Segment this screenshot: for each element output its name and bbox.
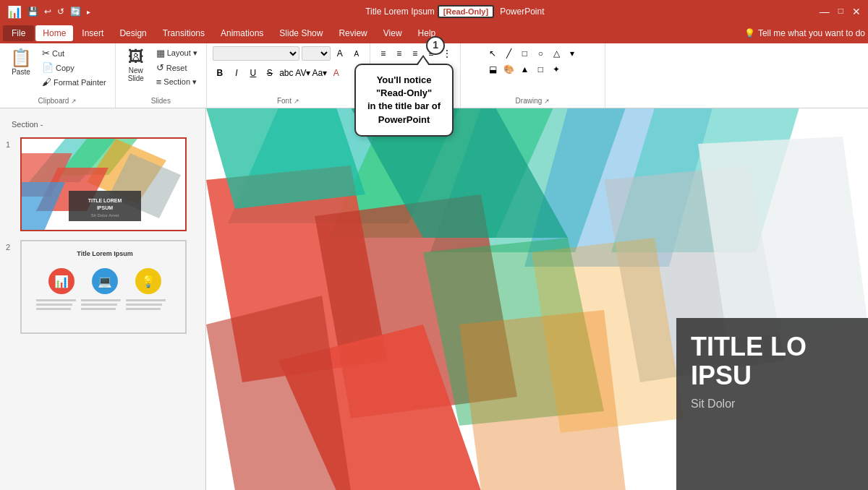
slide-canvas: TITLE LO IPSU Sit Dolor [206, 108, 868, 490]
align-left-button[interactable]: ≡ [376, 46, 391, 61]
section-icon: ≡ [156, 77, 162, 87]
increase-font-button[interactable]: A [333, 46, 347, 61]
tooltip-line2: "Read-Only" [376, 87, 432, 98]
menu-item-transitions[interactable]: Transitions [156, 25, 212, 41]
copy-label: Copy [56, 64, 75, 72]
powerpoint-icon: 📊 [7, 5, 22, 19]
clipboard-col: ✂ Cut 📄 Copy 🖌 Format Painter [39, 46, 109, 89]
svg-text:📊: 📊 [54, 275, 69, 288]
strikethrough-button[interactable]: S [263, 66, 277, 80]
minimize-button[interactable]: — [820, 6, 830, 17]
layout-icon: ▦ [156, 48, 165, 59]
read-only-badge: [Read-Only] [438, 5, 494, 18]
search-label[interactable]: Tell me what you want to do [758, 28, 865, 38]
menu-item-file[interactable]: File [3, 25, 34, 41]
undo-icon[interactable]: ↩ [44, 7, 51, 17]
reset-button[interactable]: ↺ Reset [153, 61, 200, 74]
svg-text:Title Lorem Ipsum: Title Lorem Ipsum [77, 250, 132, 257]
save-icon[interactable]: 💾 [27, 7, 38, 17]
font-size-select[interactable] [302, 46, 331, 61]
copy-icon: 📄 [42, 62, 54, 73]
slide-thumb-2[interactable]: Title Lorem Ipsum 📊 💻 💡 [20, 240, 187, 334]
redo-icon[interactable]: ↺ [57, 7, 64, 17]
shape-fill-button[interactable]: ▲ [517, 62, 532, 77]
more-shapes[interactable]: ▾ [565, 46, 579, 61]
lightbulb-icon: 💡 [744, 28, 755, 38]
shadow-button[interactable]: abc [279, 66, 294, 80]
arrange-button[interactable]: ⬓ [485, 62, 500, 77]
font-family-select[interactable] [213, 46, 299, 61]
format-painter-button[interactable]: 🖌 Format Painter [39, 75, 109, 89]
tri-tool[interactable]: △ [549, 46, 563, 61]
menu-item-design[interactable]: Design [112, 25, 153, 41]
shape-row-1: ↖ ╱ □ ○ △ ▾ [485, 46, 579, 61]
menu-item-animations[interactable]: Animations [213, 25, 271, 41]
slide-item-1[interactable]: 1 TITLE LOREM IPSUM Sit [6, 137, 200, 231]
font-row-1: A A [213, 46, 364, 61]
svg-text:💡: 💡 [141, 275, 156, 288]
svg-rect-20 [36, 299, 76, 301]
menu-item-insert[interactable]: Insert [75, 25, 111, 41]
svg-text:IPSUM: IPSUM [97, 205, 113, 210]
svg-rect-27 [126, 304, 162, 306]
shape-outline-button[interactable]: □ [533, 62, 548, 77]
slide-item-2[interactable]: 2 Title Lorem Ipsum 📊 💻 💡 [6, 240, 200, 334]
maximize-button[interactable]: □ [838, 6, 843, 17]
slide-1-thumbnail-svg: TITLE LOREM IPSUM Sit Dolor Amet [22, 139, 187, 231]
font-row-2: B I U S abc AV▾ Aa▾ A [213, 66, 344, 80]
copy-button[interactable]: 📄 Copy [39, 61, 109, 74]
window-controls[interactable]: — □ ✕ [820, 6, 861, 17]
line-tool[interactable]: ╱ [501, 46, 516, 61]
svg-rect-25 [81, 308, 116, 310]
svg-text:💻: 💻 [98, 275, 112, 288]
title-center: Title Lorem Ipsum [Read-Only] PowerPoint [365, 5, 544, 18]
rect-tool[interactable]: □ [517, 46, 532, 61]
char-spacing-button[interactable]: AV▾ [296, 66, 310, 80]
change-case-button[interactable]: Aa▾ [312, 66, 327, 80]
new-slide-button[interactable]: 🖼 NewSlide [122, 46, 150, 85]
font-color-button[interactable]: A [329, 66, 344, 80]
slide-panel: Section - 1 TITLE LORE [0, 108, 206, 490]
layout-button[interactable]: ▦ Layout ▾ [153, 46, 200, 60]
tooltip-callout: 1 You'll notice "Read-Only" in the title… [354, 64, 454, 137]
underline-button[interactable]: U [246, 66, 260, 80]
select-tool[interactable]: ↖ [485, 46, 500, 61]
play-icon[interactable]: ▸ [87, 8, 90, 16]
title-line1: TITLE LO [691, 332, 807, 361]
shape-effects-button[interactable]: ✦ [549, 62, 563, 77]
circle-tool[interactable]: ○ [533, 46, 548, 61]
quick-styles-button[interactable]: 🎨 [501, 62, 516, 77]
menu-item-slideshow[interactable]: Slide Show [272, 25, 330, 41]
cut-button[interactable]: ✂ Cut [39, 46, 109, 60]
align-center-button[interactable]: ≡ [392, 46, 407, 61]
section-button[interactable]: ≡ Section ▾ [153, 75, 200, 89]
svg-rect-26 [126, 299, 166, 301]
menu-item-review[interactable]: Review [331, 25, 374, 41]
decrease-font-button[interactable]: A [349, 46, 364, 61]
format-painter-label: Format Painter [54, 78, 106, 87]
slide-background: TITLE LO IPSU Sit Dolor [206, 108, 868, 490]
callout-number: 1 [426, 36, 445, 55]
menu-item-view[interactable]: View [376, 25, 409, 41]
svg-text:TITLE LOREM: TITLE LOREM [88, 198, 122, 203]
title-line2: IPSU [691, 361, 752, 390]
new-slide-icon: 🖼 [128, 49, 144, 65]
svg-text:Sit Dolor Amet: Sit Dolor Amet [91, 213, 119, 218]
shape-tools: ↖ ╱ □ ○ △ ▾ ⬓ 🎨 ▲ □ ✦ [485, 46, 579, 77]
ribbon-group-clipboard: 📋 Paste ✂ Cut 📄 Copy 🖌 Format Painter Cl… [0, 43, 116, 108]
bold-button[interactable]: B [213, 66, 227, 80]
refresh-icon[interactable]: 🔄 [70, 7, 81, 17]
paste-button[interactable]: 📋 Paste [6, 46, 36, 79]
font-content: A A B I U S abc AV▾ Aa▾ A [213, 46, 364, 95]
slides-col: ▦ Layout ▾ ↺ Reset ≡ Section ▾ [153, 46, 200, 89]
layout-label: Layout ▾ [167, 48, 197, 58]
drawing-content: ↖ ╱ □ ○ △ ▾ ⬓ 🎨 ▲ □ ✦ [485, 46, 579, 95]
italic-button[interactable]: I [229, 66, 244, 80]
section-text: Section - [12, 120, 43, 129]
clipboard-group-label: Clipboard ↗ [38, 97, 77, 105]
cut-label: Cut [52, 49, 64, 58]
close-button[interactable]: ✕ [852, 6, 861, 17]
canvas-area: TITLE LO IPSU Sit Dolor [206, 108, 868, 490]
menu-item-home[interactable]: Home [35, 25, 73, 41]
slide-thumb-1[interactable]: TITLE LOREM IPSUM Sit Dolor Amet [20, 137, 187, 231]
